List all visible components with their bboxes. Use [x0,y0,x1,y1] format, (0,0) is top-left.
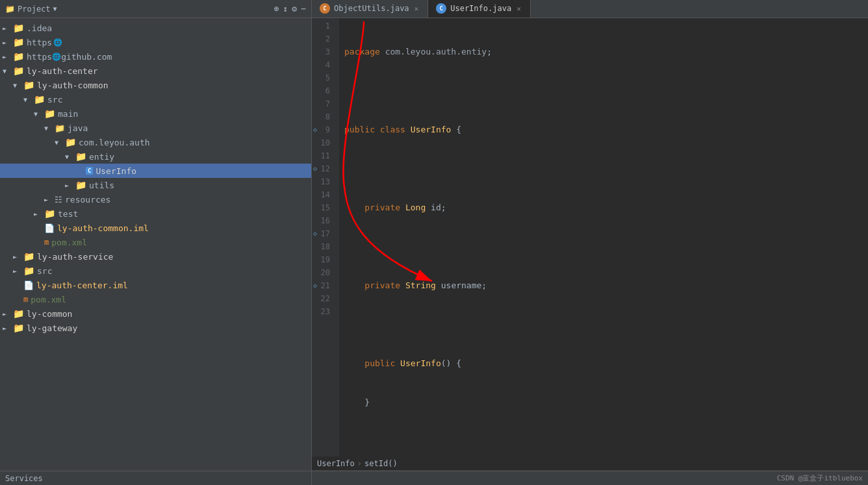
sidebar-item-ly-common[interactable]: ► 📁 ly-common [0,306,311,321]
tree-arrow-src1: ▼ [23,96,34,103]
status-bar: CSDN @蓝盒子itbluebox [312,471,868,485]
bottom-panel: Services [0,471,311,485]
tree-label-entiy: entiy [89,152,114,162]
ln-11: 11 [312,149,334,162]
folder-icon-https1: 📁 [13,37,24,47]
ln-22: 22 [312,292,334,305]
sidebar-item-test[interactable]: ► 📁 test [0,206,311,221]
ln-15: 15 [312,201,334,214]
sidebar-item-pom2[interactable]: m pom.xml [0,292,311,306]
sidebar-folder-icon: 📁 [5,5,15,14]
ln-16: 16 [312,214,334,227]
sidebar-item-idea[interactable]: ► 📁 .idea [0,21,311,35]
sidebar-item-resources[interactable]: ► ☷ resources [0,192,311,206]
ln-14: 14 [312,188,334,201]
breadcrumb-class: UserInfo [317,459,355,468]
tree-arrow-common: ▼ [13,82,23,89]
tree-label-https2: https [27,52,52,62]
tree-label-auth-common-iml: ly-auth-common.iml [57,223,149,233]
ln-19: 19 [312,253,334,266]
sidebar-item-src2[interactable]: ► 📁 src [0,264,311,278]
sidebar-item-center-iml[interactable]: 📄 ly-auth-center.iml [0,278,311,292]
ln-3: 3 [312,45,334,58]
ln-8: 8 [312,110,334,123]
tree-label-java: java [68,123,88,133]
xml-file-icon2: m [23,295,28,304]
editor-wrapper: C ObjectUtils.java ✕ C UserInfo.java ✕ 1… [312,0,868,485]
tree-arrow-service: ► [13,253,23,260]
tree-arrow-entiy: ▼ [65,153,75,160]
folder-icon-test: 📁 [44,208,55,219]
sidebar-item-ly-auth-common[interactable]: ▼ 📁 ly-auth-common [0,78,311,92]
sidebar-item-main[interactable]: ▼ 📁 main [0,106,311,121]
folder-icon-src2: 📁 [23,266,34,276]
tab-userinfo[interactable]: C UserInfo.java ✕ [428,0,531,18]
gutter-method-icon-9: ◇ [313,123,317,136]
ln-20: 20 [312,266,334,279]
sidebar-item-ly-auth-center[interactable]: ▼ 📁 ly-auth-center [0,64,311,78]
ln-23: 23 [312,305,334,318]
tab-objectutils[interactable]: C ObjectUtils.java ✕ [312,0,428,18]
ln-1: 1 [312,19,334,32]
breadcrumb: UserInfo › setId() [312,456,868,471]
code-line-3: public class UserInfo { [344,123,868,136]
tab-close-userinfo[interactable]: ✕ [515,4,522,14]
sidebar-item-entiy[interactable]: ▼ 📁 entiy [0,149,311,164]
code-content[interactable]: package com.leyou.auth.entiy; public cla… [339,18,868,456]
scroll-icon[interactable]: ↕ [283,4,288,14]
tree-arrow-main: ▼ [34,110,44,118]
external-link-icon: 🌐 [53,38,62,47]
sidebar-item-ly-auth-service[interactable]: ► 📁 ly-auth-service [0,249,311,264]
sidebar-item-java[interactable]: ▼ 📁 java [0,121,311,135]
folder-icon-common2: 📁 [13,308,24,319]
tab-label-objectutils: ObjectUtils.java [334,4,409,13]
sidebar-title-label: Project [18,5,51,14]
tab-close-objectutils[interactable]: ✕ [413,4,420,14]
tree-arrow-idea: ► [3,25,13,32]
ln-12: ◇ 12 [312,162,334,175]
sidebar-item-ly-gateway[interactable]: ► 📁 ly-gateway [0,321,311,335]
ln-2: 2 [312,32,334,45]
sidebar-item-com-leyou-auth[interactable]: ▼ 📁 com.leyou.auth [0,135,311,149]
tree-label-common: ly-auth-common [37,81,108,90]
tab-icon-objectutils: C [320,3,330,14]
tab-label-userinfo: UserInfo.java [450,4,511,13]
folder-icon-gateway: 📁 [13,323,24,333]
breadcrumb-method: setId() [364,459,398,468]
tree-arrow-pkg: ▼ [55,139,65,146]
tree-arrow-src2: ► [13,267,23,275]
gear-icon[interactable]: ⚙ [292,4,297,14]
iml-file-icon2: 📄 [23,280,34,290]
services-label: Services [5,474,43,483]
iml-file-icon: 📄 [44,223,55,233]
tree-label-resources: resources [65,195,110,205]
gutter-method-icon-21: ◇ [313,279,317,292]
sidebar: 📁 Project ▼ ⊕ ↕ ⚙ − ► 📁 .idea ► 📁 [0,0,312,485]
code-line-9: public UserInfo() { [344,357,868,370]
folder-icon-pkg: 📁 [65,137,76,147]
tree-label-src2: src [37,266,52,276]
tree-arrow-https2: ► [3,53,13,60]
add-icon[interactable]: ⊕ [274,4,279,14]
sidebar-title: 📁 Project ▼ [5,5,57,14]
sidebar-item-https1[interactable]: ► 📁 https 🌐 [0,35,311,49]
folder-icon-java: 📁 [55,123,65,133]
sidebar-item-utils[interactable]: ► 📁 utils [0,178,311,192]
folder-icon-common: 📁 [23,80,34,90]
sidebar-item-userinfo[interactable]: C UserInfo [0,164,311,178]
sidebar-item-https2[interactable]: ► 📁 https 🌐 github.com [0,49,311,64]
folder-icon-center: 📁 [13,66,24,76]
sidebar-header: 📁 Project ▼ ⊕ ↕ ⚙ − [0,0,311,18]
sidebar-item-pom1[interactable]: m pom.xml [0,235,311,249]
sidebar-item-src1[interactable]: ▼ 📁 src [0,92,311,106]
editor-tabs: C ObjectUtils.java ✕ C UserInfo.java ✕ [312,0,868,18]
code-line-6 [344,240,868,253]
sidebar-item-auth-common-iml[interactable]: 📄 ly-auth-common.iml [0,221,311,235]
tree-label-common2: ly-common [27,309,72,319]
tree-arrow-utils: ► [65,182,75,189]
ln-7: 7 [312,97,334,110]
code-line-1: package com.leyou.auth.entiy; [344,45,868,58]
folder-icon-src1: 📁 [34,94,45,105]
code-editor[interactable]: 1 2 3 4 5 6 7 8 ◇ 9 10 11 ◇ 12 13 14 [312,18,868,456]
minimize-icon[interactable]: − [301,4,306,14]
